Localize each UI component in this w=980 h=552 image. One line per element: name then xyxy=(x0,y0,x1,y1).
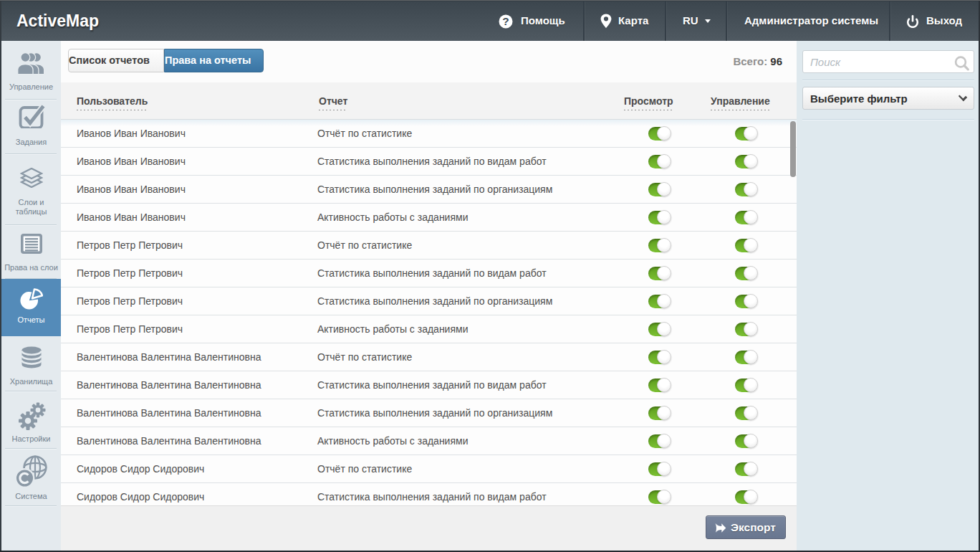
svg-text:?: ? xyxy=(502,15,509,27)
